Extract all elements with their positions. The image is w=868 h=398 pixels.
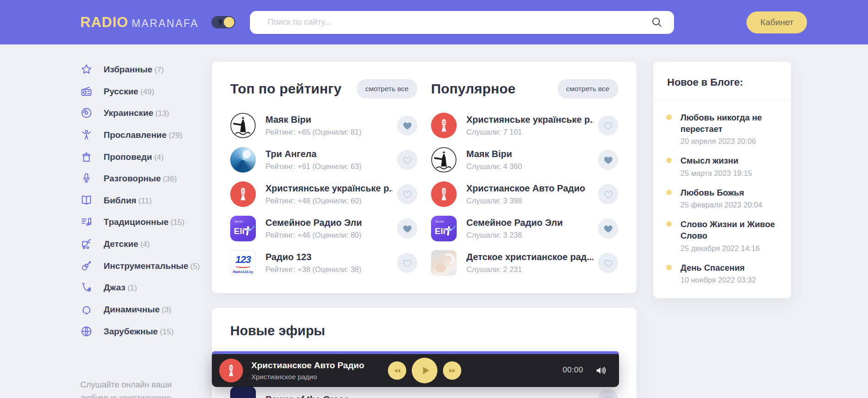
audio-player: Христианское Авто Радио Христианское рад… [212,351,619,387]
favorite-heart-button[interactable] [397,253,417,273]
favorite-heart-button[interactable] [397,184,417,204]
top-rated-title: Топ по рейтингу [230,81,342,97]
cabinet-button[interactable]: Кабинет [746,11,807,33]
volume-button[interactable] [595,365,607,376]
station-row[interactable]: Маяк Віри Слушали: 4 360 [431,147,618,173]
favorite-heart-button[interactable] [598,184,618,204]
station-logo [431,181,457,207]
station-row[interactable]: Християнське українське р... Рейтинг: +4… [230,181,417,207]
disc-icon [80,107,93,119]
heart-icon [603,155,613,165]
theme-toggle[interactable] [211,16,235,28]
bullet-dot-icon [666,221,672,227]
player-station-title: Христианское Авто Радио [251,360,364,371]
blog-list: Любовь никогда не перестает 20 апреля 20… [653,100,791,284]
previous-button[interactable] [388,361,406,380]
station-meta: Рейтинг: +61 (Оценили: 63) [265,162,393,171]
globe-icon [80,325,93,338]
bullet-dot-icon [666,158,672,163]
next-button[interactable] [443,361,461,380]
play-button[interactable] [412,358,437,383]
bullet-dot-icon [666,190,672,195]
next-icon [448,367,456,375]
blog-post[interactable]: День Спасения 10 ноября 2022 03:32 [666,262,778,285]
blog-post-date: 20 апреля 2023 20:06 [680,137,778,146]
station-meta: Рейтинг: +38 (Оценили: 38) [265,265,393,274]
heart-icon [603,258,613,268]
sidebar-item[interactable]: Избранные (7) [80,63,208,76]
favorite-heart-button[interactable] [598,218,618,239]
sidebar-item[interactable]: Динамичные (3) [80,303,208,316]
bullet-dot-icon [666,114,672,120]
sidebar-item-label: Проповеди [104,152,152,162]
sidebar-item-label: Разговорные [104,174,161,183]
blog-post[interactable]: Слово Жизни и Живое Слово 25 декабря 202… [666,219,778,252]
blog-post[interactable]: Любовь никогда не перестает 20 апреля 20… [666,112,778,146]
sidebar-item[interactable]: Инструментальные (5) [80,260,208,273]
station-row[interactable]: Християнське українське р... Слушали: 7 … [431,113,618,138]
search-icon[interactable] [651,16,663,28]
favorite-heart-button[interactable] [598,253,618,273]
popular-title: Популярное [431,81,515,97]
sidebar-item-count: (4) [154,153,164,162]
sidebar-item[interactable]: Разговорные (36) [80,172,208,185]
sidebar-item-count: (7) [155,65,164,74]
sidebar-item-label: Прославление [104,130,166,140]
favorite-heart-button[interactable] [397,218,417,239]
sidebar-item[interactable]: Русские (49) [80,85,208,98]
station-name: Семейное Радио Эли [466,218,593,228]
station-logo: MediaEli [230,216,256,241]
favorite-heart-button[interactable] [598,115,618,136]
favorite-heart-button[interactable] [598,389,618,398]
sidebar-item-count: (49) [140,87,154,96]
favorite-heart-button[interactable] [397,115,417,136]
top-rated-see-all-button[interactable]: смотреть все [357,79,417,98]
air-item[interactable]: Power of the Cross [230,387,618,398]
sidebar-item-label: Инструментальные [104,261,188,271]
sidebar-item[interactable]: Библия (11) [80,194,208,207]
sidebar-item-label: Традиционные [104,217,169,227]
station-row[interactable]: 123Radio123.by Радио 123 Рейтинг: +38 (О… [230,250,417,276]
top-rated-list: Маяк Віри Рейтинг: +65 (Оценили: 81) Три… [230,113,417,276]
station-name: Три Ангела [265,149,393,159]
player-station-subtitle: Христианское радио [251,373,364,381]
sidebar-item-label: Избранные [104,65,152,74]
sidebar-item[interactable]: Проповеди (4) [80,151,208,164]
station-row[interactable]: MediaEli Семейное Радио Эли Слушали: 3 2… [431,216,618,241]
sidebar-item[interactable]: Зарубежные (15) [80,325,208,338]
sidebar-item-count: (15) [160,327,174,336]
station-row[interactable]: Три Ангела Рейтинг: +61 (Оценили: 63) [230,147,417,173]
sidebar-item[interactable]: Детские (4) [80,238,208,251]
station-name: Детское христианское рад... [466,252,593,262]
microphone-icon [80,172,93,185]
favorite-heart-button[interactable] [598,150,618,170]
station-name: Семейное Радио Эли [265,218,393,228]
logo-radio-text: RADIO [80,14,128,31]
station-name: Християнське українське р... [466,114,593,125]
sidebar-item-count: (36) [163,174,177,183]
sidebar-item[interactable]: Джаз (1) [80,281,208,294]
station-row[interactable]: Маяк Віри Рейтинг: +65 (Оценили: 81) [230,113,417,138]
sidebar-item[interactable]: Прославление (29) [80,129,208,142]
sidebar-item-count: (4) [140,240,150,249]
sidebar-item-label: Библия [104,196,136,205]
blog-title: Новое в Блоге: [653,62,791,100]
sidebar-item[interactable]: Традиционные (15) [80,216,208,229]
blog-post[interactable]: Смысл жизни 25 марта 2023 19:15 [666,155,778,178]
station-row[interactable]: Христианское Авто Радио Слушали: 3 398 [431,181,618,207]
search-input[interactable] [267,17,651,27]
play-icon [420,365,431,376]
heart-icon [603,224,613,234]
bulb-icon [218,19,222,25]
heart-icon [403,121,412,131]
popular-see-all-button[interactable]: смотреть все [558,79,618,98]
site-logo[interactable]: RADIO MARANAFA [80,14,199,31]
station-logo [230,181,256,207]
station-row[interactable]: MediaEli Семейное Радио Эли Рейтинг: +46… [230,216,417,241]
sidebar-note: Слушайте онлайн ваши любимые христиански… [80,378,188,398]
blog-post[interactable]: Любовь Божья 25 февраля 2023 20:04 [666,187,778,210]
blog-post-date: 25 декабря 2022 14:16 [680,244,778,253]
station-row[interactable]: Детское христианское рад... Слушали: 2 2… [431,250,618,276]
favorite-heart-button[interactable] [397,150,417,170]
sidebar-item[interactable]: Украинские (13) [80,107,208,120]
